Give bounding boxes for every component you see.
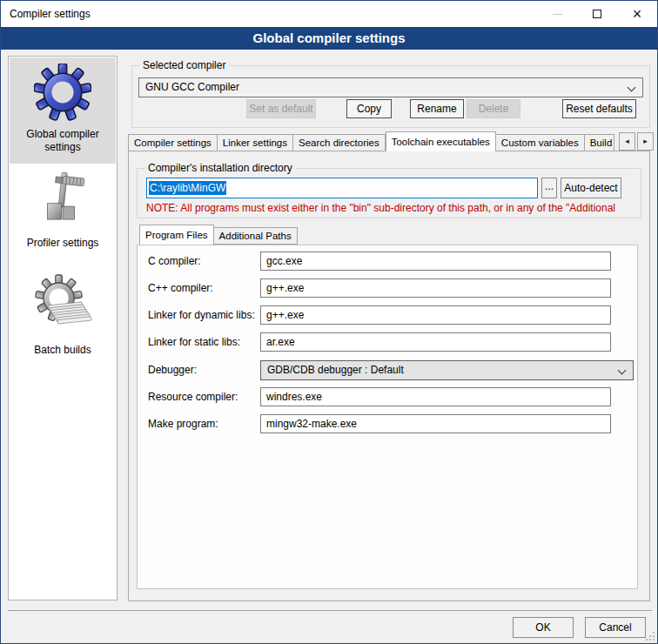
tab-linker-settings[interactable]: Linker settings	[218, 134, 293, 151]
sidebar-item-label: Global compiler settings	[9, 128, 117, 154]
sidebar-item-batch-builds[interactable]: Batch builds	[9, 344, 117, 357]
sidebar-item-profiler[interactable]: Profiler settings	[9, 237, 117, 250]
cancel-button[interactable]: Cancel	[585, 617, 646, 638]
reset-defaults-button[interactable]: Reset defaults	[562, 99, 636, 118]
resize-grip[interactable]	[646, 632, 655, 641]
maximize-icon	[593, 10, 601, 18]
tab-scroll-left-button[interactable]: ◂	[619, 132, 635, 151]
compiler-settings-dialog: Compiler settings × Global compiler sett…	[0, 0, 658, 644]
c-compiler-label: C compiler:	[148, 252, 259, 271]
static-linker-label: Linker for static libs:	[148, 332, 259, 352]
minimize-button[interactable]	[537, 1, 577, 27]
copy-button[interactable]: Copy	[346, 99, 392, 118]
subtab-strip: Program Files Additional Paths	[139, 225, 298, 245]
chevron-down-icon	[628, 84, 636, 92]
arrow-left-icon: ◂	[625, 137, 629, 145]
window-title: Compiler settings	[10, 1, 91, 27]
selected-compiler-legend: Selected compiler	[139, 59, 229, 71]
debugger-select[interactable]: GDB/CDB debugger : Default	[260, 360, 634, 380]
tab-toolchain-executables[interactable]: Toolchain executables	[386, 131, 496, 151]
tab-search-directories[interactable]: Search directories	[293, 134, 386, 151]
caliper-icon[interactable]	[33, 171, 92, 233]
install-dir-legend: Compiler's installation directory	[144, 162, 296, 174]
close-icon: ×	[633, 1, 642, 27]
browse-install-dir-button[interactable]: ...	[541, 178, 557, 198]
tab-build-options[interactable]: Build options	[585, 134, 614, 151]
tab-strip: Compiler settings Linker settings Search…	[128, 131, 614, 151]
close-button[interactable]: ×	[617, 1, 657, 27]
chevron-down-icon	[618, 366, 627, 375]
install-dir-note: NOTE: All programs must exist either in …	[146, 202, 639, 214]
rename-button[interactable]: Rename	[410, 99, 464, 118]
set-as-default-button[interactable]: Set as default	[246, 99, 316, 118]
cpp-compiler-field[interactable]: g++.exe	[260, 278, 611, 298]
resource-compiler-field[interactable]: windres.exe	[260, 387, 611, 406]
sidebar: Global compiler settings Profiler settin	[8, 56, 118, 600]
auto-detect-button[interactable]: Auto-detect	[561, 178, 621, 198]
static-linker-field[interactable]: ar.exe	[260, 332, 611, 352]
debugger-select-value: GDB/CDB debugger : Default	[267, 364, 404, 376]
maximize-button[interactable]	[577, 1, 617, 27]
minimize-icon	[553, 14, 562, 15]
resource-compiler-label: Resource compiler:	[148, 387, 259, 406]
tab-custom-variables[interactable]: Custom variables	[496, 134, 585, 151]
dynamic-linker-field[interactable]: g++.exe	[260, 305, 611, 325]
gray-gear-papers-icon[interactable]	[30, 272, 95, 339]
tab-scroll-right-button[interactable]: ▸	[637, 132, 654, 151]
install-dir-value: C:\raylib\MinGW	[149, 181, 226, 195]
cpp-compiler-label: C++ compiler:	[148, 278, 259, 298]
dynamic-linker-label: Linker for dynamic libs:	[148, 305, 259, 325]
install-dir-input[interactable]: C:\raylib\MinGW	[146, 178, 538, 198]
blue-gear-icon[interactable]	[34, 64, 91, 124]
make-program-label: Make program:	[148, 414, 259, 433]
debugger-label: Debugger:	[148, 360, 259, 379]
compiler-select[interactable]: GNU GCC Compiler	[138, 77, 643, 97]
compiler-select-value: GNU GCC Compiler	[145, 81, 239, 93]
delete-button[interactable]: Delete	[467, 99, 520, 118]
tab-compiler-settings[interactable]: Compiler settings	[128, 134, 218, 151]
page-title: Global compiler settings	[1, 27, 657, 50]
subtab-program-files[interactable]: Program Files	[139, 225, 214, 245]
titlebar[interactable]: Compiler settings ×	[1, 1, 657, 27]
subtab-additional-paths[interactable]: Additional Paths	[214, 227, 298, 245]
ok-button[interactable]: OK	[513, 617, 574, 638]
footer-divider	[8, 610, 652, 611]
c-compiler-field[interactable]: gcc.exe	[260, 252, 611, 271]
arrow-right-icon: ▸	[643, 137, 648, 145]
make-program-field[interactable]: mingw32-make.exe	[260, 414, 611, 433]
